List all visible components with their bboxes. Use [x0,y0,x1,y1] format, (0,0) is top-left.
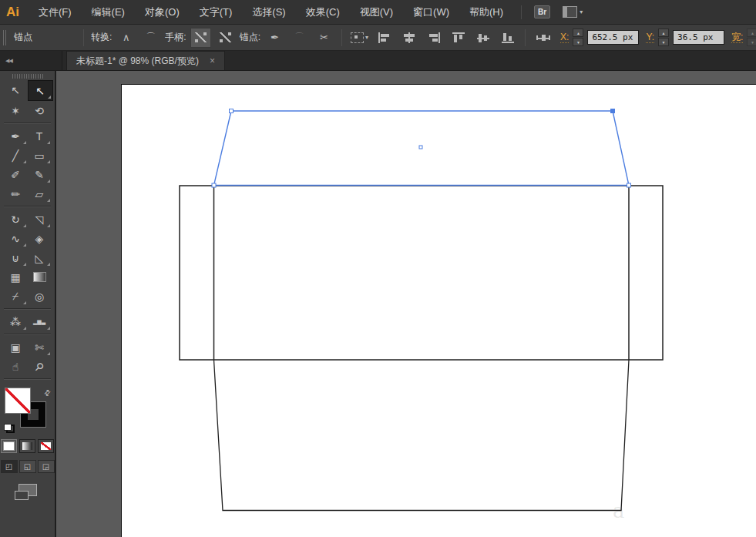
draw-normal-mode-button[interactable]: ◰ [1,460,18,473]
align-horizontal-center-button[interactable] [398,28,419,48]
screen-mode-button[interactable] [18,484,37,496]
align-bottom-button[interactable] [497,28,518,48]
pencil-tool[interactable]: ✎ [28,165,52,184]
slice-tool[interactable]: ✄ [28,337,52,357]
perspective-grid-tool[interactable]: ◺ [28,248,52,267]
x-label: X: [560,32,569,43]
blob-brush-tool[interactable]: ✏ [4,184,28,203]
zoom-tool[interactable]: ⚲ [28,357,52,376]
x-input[interactable] [587,30,639,45]
anchor-point[interactable] [212,183,216,187]
eraser-tool-icon: ▱ [35,188,44,200]
eraser-tool[interactable]: ▱ [28,184,52,203]
y-label: Y: [646,32,654,43]
convert-smooth-icon: ⌒ [146,31,156,45]
x-stepper[interactable]: ▲▼ [573,29,583,46]
toolbar-separator [4,123,51,124]
mesh-tool[interactable]: ▦ [4,267,28,287]
align-top-button[interactable] [448,28,469,48]
selection-tool[interactable]: ↖ [4,80,28,99]
magic-wand-tool[interactable]: ✶ [4,101,28,120]
menu-item-9[interactable]: 帮助(H) [459,6,513,18]
artboard-tool[interactable]: ▣ [4,337,28,357]
isolate-selected-object-button[interactable]: ▾ [349,28,370,48]
show-handles-button[interactable] [190,28,211,48]
rectangle-tool[interactable]: ▭ [28,146,52,165]
menu-item-8[interactable]: 窗口(W) [403,6,459,18]
width-tool[interactable]: ∿ [4,229,28,248]
pen-tool[interactable]: ✒ [4,126,28,146]
rotate-tool[interactable]: ↻ [4,210,28,229]
draw-behind-mode-icon: ◱ [24,462,31,471]
envelope-bottom-flap-path[interactable] [214,360,630,511]
convert-to-corner-button[interactable]: ∧ [116,28,136,48]
lasso-tool-icon: ⟲ [35,105,44,117]
align-right-button[interactable] [423,28,444,48]
cut-path-button[interactable]: ✂ [314,28,334,48]
workspace-switcher[interactable]: ▾ [563,6,583,18]
draw-inside-mode-button[interactable]: ◲ [38,460,55,473]
tab-bar: ◀◀ 未标题-1* @ 98% (RGB/预览) × [0,51,756,71]
pencil-tool-icon: ✎ [35,169,44,181]
gradient-tool-icon [33,272,46,282]
chevron-down-icon: ▾ [365,34,368,41]
toolbar-collapse-button[interactable]: ◀◀ [0,51,62,70]
envelope-body-path[interactable] [180,186,663,360]
free-transform-tool[interactable]: ◈ [28,229,52,248]
draw-behind-mode-button[interactable]: ◱ [19,460,36,473]
document-tab[interactable]: 未标题-1* @ 98% (RGB/预览) × [66,51,225,70]
hand-tool[interactable]: ☝ [4,357,28,376]
remove-anchor-button[interactable]: ✒ [264,28,285,48]
type-tool[interactable]: T [28,126,52,146]
eyedropper-tool[interactable]: ⌿ [4,287,28,306]
anchor-point-selected[interactable] [611,109,615,113]
anchor-point[interactable] [627,183,631,187]
none-button[interactable] [38,439,54,453]
paintbrush-tool-icon: ✐ [11,169,20,181]
default-fill-stroke-icon[interactable] [4,424,15,433]
swap-fill-stroke-icon[interactable]: ⇄ [42,388,52,398]
stepper-down-icon[interactable]: ▼ [658,38,669,46]
align-vertical-center-button[interactable] [472,28,493,48]
menu-item-7[interactable]: 视图(V) [350,6,403,18]
stepper-down-icon[interactable]: ▼ [573,38,583,46]
menu-item-5[interactable]: 选择(S) [242,6,295,18]
stepper-up-icon[interactable]: ▲ [658,29,669,37]
hide-handles-button[interactable] [215,28,236,48]
panel-grip[interactable] [12,74,43,79]
bridge-button[interactable]: Br [534,5,550,18]
selection-center-point [419,146,422,149]
convert-to-smooth-button[interactable]: ⌒ [140,28,161,48]
menu-item-3[interactable]: 对象(O) [135,6,190,18]
tools-panel: ↖↖✶⟲✒T╱▭✐✎✏▱↻◹∿◈⊍◺▦⌿◎⁂▂▆▃▣✄☝⚲ ⇄ ◰◱◲ [0,71,56,537]
menu-item-4[interactable]: 文字(T) [190,6,243,18]
menu-item-6[interactable]: 效果(C) [296,6,350,18]
gradient-tool[interactable] [28,267,52,287]
scale-tool[interactable]: ◹ [28,210,52,229]
y-stepper[interactable]: ▲▼ [658,29,669,46]
blob-brush-tool-icon: ✏ [11,188,20,200]
direct-selection-tool[interactable]: ↖ [28,80,53,101]
panel-grip[interactable] [3,30,8,45]
fill-swatch-none[interactable] [5,388,30,413]
menu-item-2[interactable]: 编辑(E) [82,6,135,18]
lasso-tool[interactable]: ⟲ [28,101,52,120]
y-input[interactable] [673,30,724,45]
symbol-sprayer-tool[interactable]: ⁂ [4,312,28,331]
paintbrush-tool[interactable]: ✐ [4,165,28,184]
perspective-grid-tool-icon: ◺ [35,252,44,264]
anchor-point[interactable] [230,109,234,113]
blend-tool[interactable]: ◎ [28,287,52,306]
line-segment-tool[interactable]: ╱ [4,146,28,165]
color-button[interactable] [1,439,17,453]
align-left-button[interactable] [374,28,395,48]
tab-close-icon[interactable]: × [210,55,215,66]
shape-builder-tool[interactable]: ⊍ [4,248,28,267]
distribute-center-button[interactable] [533,28,553,48]
stepper-up-icon[interactable]: ▲ [573,29,583,37]
gradient-button[interactable] [19,439,35,453]
canvas-pasteboard[interactable]: a [56,71,756,537]
rotate-tool-icon: ↻ [11,213,20,226]
menu-item-1[interactable]: 文件(F) [29,6,82,18]
column-graph-tool[interactable]: ▂▆▃ [28,312,52,331]
